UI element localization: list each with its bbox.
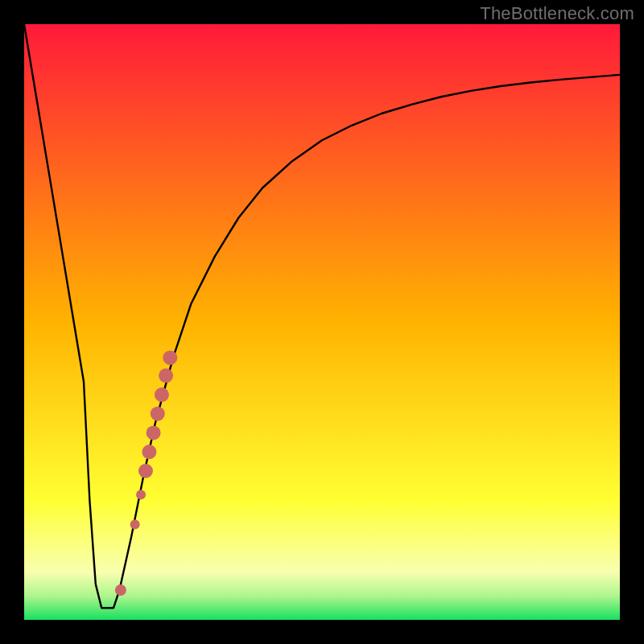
highlight-dot (136, 490, 146, 500)
highlight-dot (147, 426, 161, 440)
chart-svg (0, 0, 644, 644)
highlight-dot (130, 520, 140, 530)
highlight-dot (159, 369, 173, 383)
highlight-dot (163, 350, 177, 365)
watermark-text: TheBottleneck.com (480, 3, 634, 24)
highlight-dot (115, 584, 126, 596)
highlight-dot (142, 444, 156, 459)
highlight-dot (155, 387, 169, 402)
highlight-dot (138, 464, 153, 478)
chart-stage: TheBottleneck.com (0, 0, 644, 644)
plot-background (24, 24, 620, 620)
highlight-dot (151, 407, 165, 421)
